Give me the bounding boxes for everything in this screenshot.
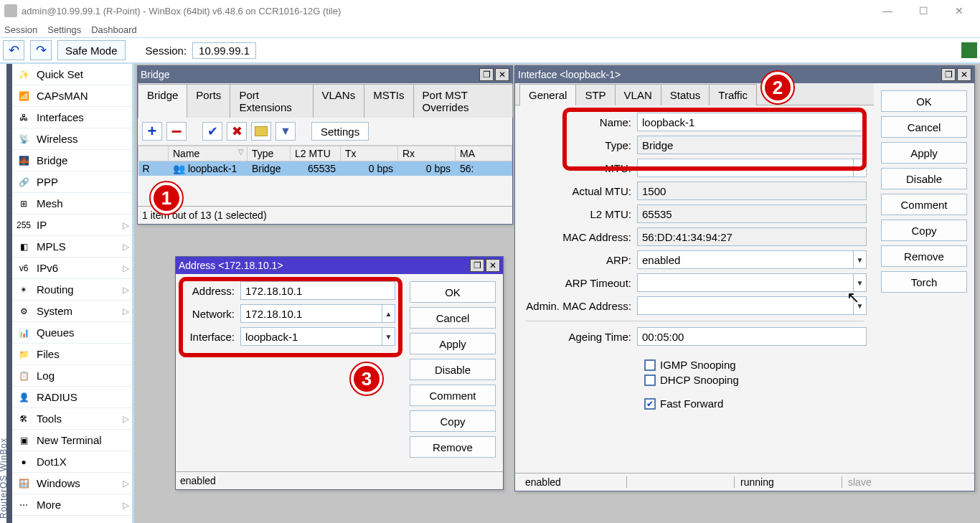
bridge-window-restore-button[interactable]: ❐ bbox=[479, 68, 494, 81]
settings-button[interactable]: Settings bbox=[311, 122, 369, 141]
filter-button[interactable]: ▼ bbox=[275, 122, 296, 141]
sidebar-item-tools[interactable]: 🛠Tools▷ bbox=[12, 408, 132, 430]
sidebar-item-log[interactable]: 📋Log bbox=[12, 365, 132, 387]
tab-ports[interactable]: Ports bbox=[187, 84, 230, 118]
remove-button[interactable]: Remove bbox=[881, 245, 967, 267]
sidebar-item-interfaces[interactable]: 🖧Interfaces bbox=[12, 107, 132, 128]
admin-mac-field[interactable]: ▼ bbox=[637, 296, 867, 315]
bridge-status: 1 item out of 13 (1 selected) bbox=[138, 206, 512, 224]
column-header[interactable]: Tx bbox=[341, 146, 398, 161]
bridge-tabs: BridgePortsPort ExtensionsVLANsMSTIsPort… bbox=[138, 83, 512, 118]
mtu-field[interactable]: ▼ bbox=[637, 159, 867, 177]
sidebar-item-radius[interactable]: 👤RADIUS bbox=[12, 387, 132, 408]
igmp-snooping-checkbox[interactable]: IGMP Snooping bbox=[644, 359, 867, 371]
sidebar-item-quick-set[interactable]: ✨Quick Set bbox=[12, 64, 132, 85]
sidebar-item-ipv6[interactable]: v6IPv6▷ bbox=[12, 258, 132, 279]
mac-field: 56:DD:41:34:94:27 bbox=[637, 227, 867, 246]
add-button[interactable]: + bbox=[142, 122, 162, 141]
cancel-button[interactable]: Cancel bbox=[881, 116, 967, 138]
tab-status[interactable]: Status bbox=[661, 84, 710, 105]
network-field[interactable]: 172.18.10.1▲ bbox=[240, 304, 395, 323]
sidebar-item-ip[interactable]: 255IP▷ bbox=[12, 215, 132, 236]
remove-button[interactable]: Remove bbox=[410, 436, 496, 458]
sidebar-icon: 📋 bbox=[17, 370, 31, 382]
sidebar-item-files[interactable]: 📁Files bbox=[12, 344, 132, 365]
copy-button[interactable]: Copy bbox=[410, 410, 496, 432]
sidebar-item-label: System bbox=[37, 305, 72, 317]
redo-button[interactable]: ↷ bbox=[30, 40, 52, 60]
column-header[interactable]: Name▽ bbox=[169, 146, 248, 161]
disable-button[interactable]: Disable bbox=[881, 168, 967, 189]
sidebar-icon: 🪟 bbox=[17, 478, 31, 489]
tab-traffic[interactable]: Traffic bbox=[709, 84, 757, 105]
sidebar-item-new-terminal[interactable]: ▣New Terminal bbox=[12, 430, 132, 451]
menu-bar: Session Settings Dashboard bbox=[0, 22, 980, 37]
close-button[interactable]: ✕ bbox=[943, 0, 976, 22]
tab-general[interactable]: General bbox=[519, 84, 576, 105]
sidebar-item-more[interactable]: ⋯More▷ bbox=[12, 494, 132, 516]
copy-button[interactable]: Copy bbox=[881, 220, 967, 241]
sidebar-item-bridge[interactable]: 🌉Bridge bbox=[12, 150, 132, 171]
sidebar-item-capsman[interactable]: 📶CAPsMAN bbox=[12, 85, 132, 107]
session-value[interactable]: 10.99.99.1 bbox=[192, 42, 256, 59]
sidebar-item-system[interactable]: ⚙System▷ bbox=[12, 301, 132, 322]
sidebar-item-mesh[interactable]: ⊞Mesh bbox=[12, 193, 132, 215]
column-header[interactable]: MA bbox=[456, 146, 512, 161]
column-header[interactable]: Rx bbox=[398, 146, 456, 161]
sidebar-item-routing[interactable]: ✴Routing▷ bbox=[12, 279, 132, 301]
minimize-button[interactable]: — bbox=[871, 0, 904, 22]
sidebar-item-queues[interactable]: 📊Queues bbox=[12, 322, 132, 344]
disable-button[interactable]: Disable bbox=[410, 359, 496, 380]
tab-vlans[interactable]: VLANs bbox=[313, 84, 365, 118]
fast-forward-checkbox[interactable]: ✔Fast Forward bbox=[644, 397, 867, 410]
enable-button[interactable]: ✔ bbox=[202, 122, 222, 141]
dhcp-snooping-checkbox[interactable]: DHCP Snooping bbox=[644, 374, 867, 386]
tab-port-mst-overrides[interactable]: Port MST Overrides bbox=[413, 84, 513, 118]
bridge-window-close-button[interactable]: ✕ bbox=[495, 68, 509, 81]
session-label: Session: bbox=[146, 44, 187, 57]
safe-mode-button[interactable]: Safe Mode bbox=[57, 40, 126, 60]
ageing-field[interactable]: 00:05:00 bbox=[637, 327, 867, 346]
comment-button[interactable]: Comment bbox=[881, 194, 967, 215]
sidebar-item-dot1x[interactable]: ●Dot1X bbox=[12, 451, 132, 473]
torch-button[interactable]: Torch bbox=[881, 271, 967, 293]
remove-button[interactable]: − bbox=[166, 122, 187, 141]
tab-mstis[interactable]: MSTIs bbox=[364, 84, 413, 118]
column-header[interactable]: Type bbox=[248, 146, 291, 161]
address-window-restore-button[interactable]: ❐ bbox=[470, 259, 484, 272]
tab-stp[interactable]: STP bbox=[575, 84, 615, 105]
address-field[interactable]: 172.18.10.1 bbox=[240, 281, 395, 300]
tab-bridge[interactable]: Bridge bbox=[138, 84, 187, 118]
comment-button[interactable]: Comment bbox=[410, 385, 496, 406]
apply-button[interactable]: Apply bbox=[410, 333, 496, 354]
sidebar-item-windows[interactable]: 🪟Windows▷ bbox=[12, 473, 132, 494]
maximize-button[interactable]: ☐ bbox=[907, 0, 940, 22]
cancel-button[interactable]: Cancel bbox=[410, 307, 496, 329]
comment-button[interactable] bbox=[251, 122, 271, 141]
disable-button[interactable]: ✖ bbox=[227, 122, 247, 141]
tab-port-extensions[interactable]: Port Extensions bbox=[230, 84, 313, 118]
column-header[interactable] bbox=[138, 146, 169, 161]
interface-window-close-button[interactable]: ✕ bbox=[957, 68, 971, 81]
address-window-close-button[interactable]: ✕ bbox=[486, 259, 500, 272]
ok-button[interactable]: OK bbox=[410, 281, 496, 303]
menu-session[interactable]: Session bbox=[4, 24, 37, 35]
sidebar-item-ppp[interactable]: 🔗PPP bbox=[12, 171, 132, 193]
apply-button[interactable]: Apply bbox=[881, 142, 967, 164]
sidebar-item-mpls[interactable]: ◧MPLS▷ bbox=[12, 236, 132, 258]
interface-field[interactable]: loopback-1▼ bbox=[240, 327, 395, 346]
sidebar-item-wireless[interactable]: 📡Wireless bbox=[12, 128, 132, 150]
menu-dashboard[interactable]: Dashboard bbox=[91, 24, 137, 35]
arp-timeout-field[interactable]: ▼ bbox=[637, 273, 867, 292]
bridge-table[interactable]: Name▽TypeL2 MTUTxRxMA R 👥 loopback-1 Bri… bbox=[138, 146, 512, 176]
name-field[interactable]: loopback-1 bbox=[637, 113, 867, 131]
tab-vlan[interactable]: VLAN bbox=[615, 84, 661, 105]
sidebar-icon: ✨ bbox=[17, 69, 31, 80]
undo-button[interactable]: ↶ bbox=[3, 40, 24, 60]
column-header[interactable]: L2 MTU bbox=[291, 146, 341, 161]
menu-settings[interactable]: Settings bbox=[47, 24, 81, 35]
ok-button[interactable]: OK bbox=[881, 90, 967, 112]
table-row[interactable]: R 👥 loopback-1 Bridge 65535 0 bps 0 bps … bbox=[138, 161, 512, 176]
arp-field[interactable]: enabled▼ bbox=[637, 250, 867, 269]
interface-window-restore-button[interactable]: ❐ bbox=[941, 68, 956, 81]
